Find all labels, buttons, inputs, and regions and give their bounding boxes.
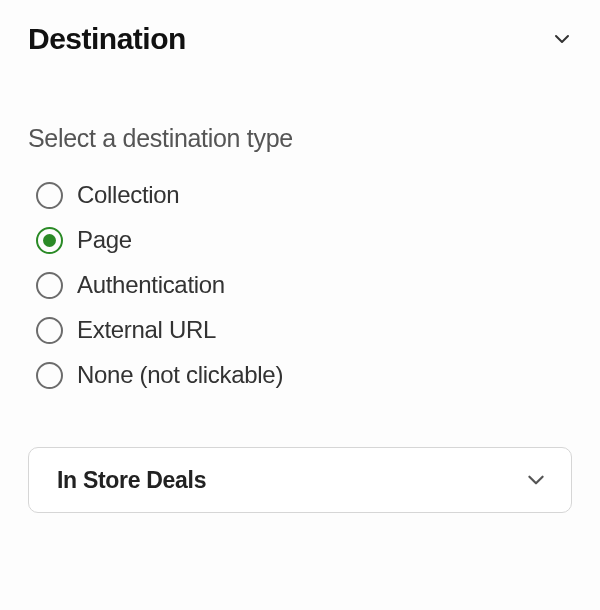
select-value: In Store Deals	[57, 467, 206, 494]
section-title: Destination	[28, 22, 186, 56]
radio-label: Collection	[77, 181, 179, 209]
radio-button-icon	[36, 272, 63, 299]
radio-label: External URL	[77, 316, 216, 344]
radio-external-url[interactable]: External URL	[36, 316, 572, 344]
radio-collection[interactable]: Collection	[36, 181, 572, 209]
radio-label: None (not clickable)	[77, 361, 283, 389]
chevron-down-icon	[552, 29, 572, 49]
section-header[interactable]: Destination	[28, 22, 572, 56]
radio-button-selected-icon	[36, 227, 63, 254]
destination-type-radio-group: Collection Page Authentication External …	[28, 181, 572, 389]
chevron-down-icon	[525, 469, 547, 491]
radio-page[interactable]: Page	[36, 226, 572, 254]
radio-label: Page	[77, 226, 132, 254]
radio-authentication[interactable]: Authentication	[36, 271, 572, 299]
radio-none[interactable]: None (not clickable)	[36, 361, 572, 389]
radio-button-icon	[36, 317, 63, 344]
radio-button-icon	[36, 362, 63, 389]
destination-type-prompt: Select a destination type	[28, 124, 572, 153]
radio-button-icon	[36, 182, 63, 209]
radio-label: Authentication	[77, 271, 225, 299]
page-select[interactable]: In Store Deals	[28, 447, 572, 513]
